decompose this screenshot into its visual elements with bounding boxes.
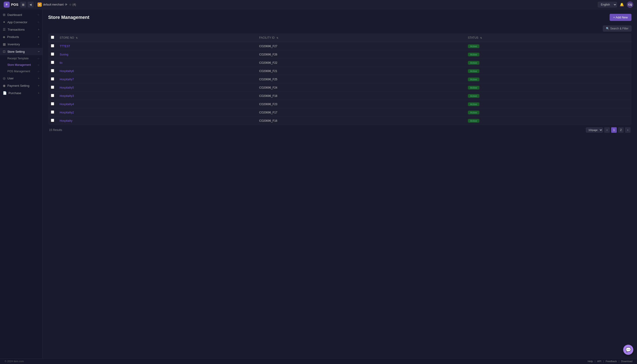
- dashboard-star: ☆: [37, 13, 40, 16]
- status-badge-8: Active: [468, 111, 479, 114]
- add-new-button[interactable]: + Add New: [609, 14, 631, 21]
- payment-setting-plus: +: [38, 84, 40, 88]
- status-badge-6: Active: [468, 94, 479, 98]
- row-checkbox-9[interactable]: [51, 119, 54, 122]
- user-icon: ◎: [3, 76, 6, 80]
- row-store-name-3[interactable]: Hospitality6: [57, 67, 256, 75]
- row-checkbox-4[interactable]: [51, 77, 54, 80]
- sidebar-label-user: User: [7, 76, 36, 80]
- row-facility-id-6: CO20696_F18: [256, 92, 465, 100]
- header-facility-id[interactable]: FACILITY ID ⇅: [256, 33, 465, 42]
- avatar[interactable]: CQ: [627, 2, 633, 8]
- layout: ⊞ Dashboard ☆ ✦ App Connector ☆ ☰ Transa…: [0, 9, 637, 358]
- row-status-9: Active: [465, 117, 631, 125]
- sidebar-label-store-setting: Store Setting: [7, 50, 36, 54]
- chat-bubble[interactable]: 💬: [623, 345, 633, 355]
- language-select[interactable]: English Chinese: [598, 2, 617, 7]
- pos-logo-text: POS: [11, 2, 19, 6]
- store-setting-minus: −: [38, 50, 40, 54]
- facility-id-sort-icon: ⇅: [277, 36, 278, 39]
- table-row: Hospitality7 CO20696_F25 Active: [48, 75, 631, 84]
- sidebar-label-dashboard: Dashboard: [7, 13, 36, 16]
- row-status-7: Active: [465, 100, 631, 108]
- header-facility-id-label: FACILITY ID: [259, 36, 275, 39]
- row-store-name-1[interactable]: Suning: [57, 50, 256, 59]
- sidebar-item-transactions[interactable]: ☰ Transactions +: [0, 26, 42, 33]
- row-status-3: Active: [465, 67, 631, 75]
- receipt-template-star: ☆: [37, 57, 40, 60]
- pos-logo-icon: P: [4, 2, 10, 8]
- row-store-name-5[interactable]: Hospitality5: [57, 84, 256, 92]
- row-checkbox-7[interactable]: [51, 102, 54, 106]
- row-checkbox-6[interactable]: [51, 94, 54, 97]
- row-checkbox-0[interactable]: [51, 44, 54, 48]
- row-checkbox-cell-4: [48, 75, 57, 84]
- row-checkbox-3[interactable]: [51, 69, 54, 72]
- grid-icon-btn[interactable]: ▦: [20, 2, 26, 8]
- row-store-name-9[interactable]: Hospitality: [57, 117, 256, 125]
- star-badge[interactable]: ☆ (4): [69, 3, 76, 6]
- sidebar-item-dashboard[interactable]: ⊞ Dashboard ☆: [0, 11, 42, 18]
- status-badge-3: Active: [468, 69, 479, 73]
- row-facility-id-1: CO20696_F26: [256, 50, 465, 59]
- store-management-label: Store Management: [7, 63, 31, 66]
- table-footer: 15 Results 10/page 20/page 50/page ‹ 1 2…: [48, 127, 631, 133]
- bottombar: © 2024 item.com Help | API | Feedback | …: [0, 358, 637, 364]
- sidebar-item-payment-setting[interactable]: ◉ Payment Setting +: [0, 82, 42, 89]
- sidebar-item-store-setting[interactable]: ⊡ Store Setting −: [0, 48, 42, 55]
- arrow-icon-btn[interactable]: ◀: [28, 2, 34, 8]
- sidebar-label-payment-setting: Payment Setting: [7, 84, 36, 88]
- star-icon: ☆: [69, 3, 72, 6]
- row-store-name-8[interactable]: Hospitality2: [57, 108, 256, 117]
- sidebar-item-products[interactable]: ◈ Products +: [0, 33, 42, 40]
- sidebar-item-receipt-template[interactable]: Receipt Template ☆: [7, 55, 42, 62]
- page-1-btn[interactable]: 1: [611, 127, 617, 133]
- row-status-8: Active: [465, 108, 631, 117]
- row-checkbox-1[interactable]: [51, 52, 54, 56]
- next-page-btn[interactable]: ›: [625, 127, 630, 133]
- select-all-checkbox[interactable]: [51, 36, 54, 39]
- search-filter-button[interactable]: 🔍 Search & Filter: [603, 26, 631, 32]
- row-facility-id-5: CO20696_F24: [256, 84, 465, 92]
- help-link[interactable]: Help: [588, 360, 593, 362]
- header-status[interactable]: STATUS ⇅: [465, 33, 631, 42]
- table-body: TTTEST CO20696_F27 Active Suning CO20696…: [48, 42, 631, 125]
- store-table: STORE NO ⇅ FACILITY ID ⇅ STATUS ⇅: [48, 33, 631, 125]
- api-link[interactable]: API: [597, 360, 601, 362]
- sidebar-item-user[interactable]: ◎ User +: [0, 74, 42, 82]
- notification-bell[interactable]: 🔔: [620, 2, 624, 7]
- sidebar-item-app-connector[interactable]: ✦ App Connector ☆: [0, 18, 42, 26]
- status-badge-0: Active: [468, 44, 479, 48]
- pos-management-star: ☆: [37, 70, 40, 73]
- per-page-select[interactable]: 10/page 20/page 50/page: [586, 128, 603, 132]
- sidebar-item-purchase[interactable]: 📄 Purchase +: [0, 89, 42, 97]
- sidebar-item-inventory[interactable]: ▦ Inventory +: [0, 40, 42, 48]
- row-checkbox-5[interactable]: [51, 86, 54, 89]
- table-row: Hospitality5 CO20696_F24 Active: [48, 84, 631, 92]
- page-2-btn[interactable]: 2: [618, 127, 624, 133]
- page-title: Store Management: [48, 15, 89, 20]
- row-store-name-7[interactable]: Hospitality4: [57, 100, 256, 108]
- header-store-no[interactable]: STORE NO ⇅: [57, 33, 256, 42]
- sidebar-label-app-connector: App Connector: [7, 20, 36, 24]
- topbar-divider: [36, 2, 36, 7]
- pagination: 10/page 20/page 50/page ‹ 1 2 ›: [586, 127, 630, 133]
- sidebar-item-store-management[interactable]: Store Management ☆: [7, 62, 42, 68]
- row-checkbox-8[interactable]: [51, 110, 54, 114]
- row-facility-id-9: CO20696_F16: [256, 117, 465, 125]
- download-link[interactable]: Download: [621, 360, 632, 362]
- prev-page-btn[interactable]: ‹: [604, 127, 610, 133]
- sidebar-sub-store-setting: Receipt Template ☆ Store Management ☆ PO…: [0, 55, 42, 74]
- feedback-link[interactable]: Feedback: [606, 360, 617, 362]
- merchant-info[interactable]: 🏠 default merchant ⟳: [38, 2, 67, 7]
- row-store-name-2[interactable]: lio: [57, 59, 256, 67]
- row-store-name-6[interactable]: Hospitality3: [57, 92, 256, 100]
- pos-logo: P POS: [4, 2, 19, 8]
- sidebar-item-pos-management[interactable]: POS Management ☆: [7, 68, 42, 74]
- row-store-name-0[interactable]: TTTEST: [57, 42, 256, 50]
- row-facility-id-3: CO20696_F21: [256, 67, 465, 75]
- row-store-name-4[interactable]: Hospitality7: [57, 75, 256, 84]
- row-checkbox-2[interactable]: [51, 61, 54, 64]
- store-setting-icon: ⊡: [3, 50, 6, 54]
- row-status-2: Active: [465, 59, 631, 67]
